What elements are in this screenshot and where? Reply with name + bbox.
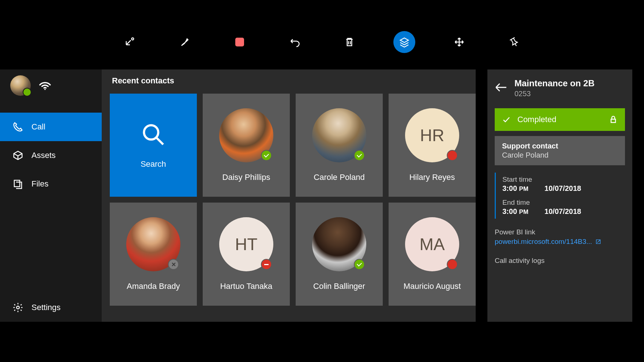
move-icon[interactable] <box>448 31 470 53</box>
status-icon <box>261 150 272 161</box>
status-icon <box>354 259 365 270</box>
svg-point-1 <box>16 306 19 309</box>
logs-label: Call activity logs <box>495 257 625 265</box>
svg-rect-3 <box>611 119 615 122</box>
contact-tile[interactable]: Amanda Brady <box>110 203 197 306</box>
support-value: Carole Poland <box>502 151 618 159</box>
contact-avatar: MA <box>405 217 459 271</box>
top-toolbar <box>0 26 644 59</box>
layers-icon[interactable] <box>393 31 415 53</box>
support-label: Support contact <box>502 142 618 150</box>
contact-name: Mauricio August <box>404 282 461 291</box>
svg-point-2 <box>144 125 158 140</box>
status-icon <box>168 259 179 270</box>
end-date: 10/07/2018 <box>544 207 581 216</box>
sidebar: Call Assets Files Settings <box>0 69 102 322</box>
lock-icon <box>609 115 618 124</box>
record-icon[interactable] <box>229 31 251 53</box>
contact-name: Amanda Brady <box>127 282 180 291</box>
contact-name: Colin Ballinger <box>313 282 365 291</box>
user-avatar[interactable] <box>10 75 31 96</box>
pen-icon[interactable] <box>174 31 196 53</box>
content-area: Recent contacts Search Daisy Phillips <box>102 69 476 322</box>
status-icon <box>447 150 458 161</box>
nav-settings-label: Settings <box>31 303 61 312</box>
section-title: Recent contacts <box>110 76 468 86</box>
status-icon <box>447 259 458 270</box>
pbi-link[interactable]: powerbi.microsoft.com/114B3... <box>495 238 625 246</box>
status-icon <box>354 150 365 161</box>
pin-icon[interactable] <box>503 31 525 53</box>
status-icon <box>261 259 272 270</box>
nav-call-label: Call <box>31 122 45 132</box>
start-time: 3:00 PM <box>502 184 528 193</box>
undo-icon[interactable] <box>284 31 306 53</box>
contact-avatar <box>312 217 366 271</box>
contact-avatar <box>126 217 180 271</box>
start-date: 10/07/2018 <box>544 184 581 193</box>
incoming-icon[interactable] <box>119 31 141 53</box>
search-icon <box>140 121 166 149</box>
svg-point-0 <box>132 38 134 40</box>
back-icon[interactable] <box>495 82 507 94</box>
end-time: 3:00 PM <box>502 207 528 216</box>
panel-id: 0253 <box>514 90 595 98</box>
trash-icon[interactable] <box>338 31 360 53</box>
contact-avatar <box>312 108 366 162</box>
nav-settings[interactable]: Settings <box>0 293 102 322</box>
contact-tile[interactable]: HR Hilary Reyes <box>389 94 476 197</box>
contact-name: Hilary Reyes <box>409 173 455 182</box>
pbi-label: Power BI link <box>495 228 625 236</box>
time-block: Start time 3:00 PM 10/07/2018 End time 3… <box>495 173 625 219</box>
contact-tile[interactable]: MA Mauricio August <box>389 203 476 306</box>
end-label: End time <box>502 199 625 207</box>
check-icon <box>502 115 511 124</box>
nav-assets-label: Assets <box>31 151 56 160</box>
contact-name: Carole Poland <box>314 173 364 182</box>
start-label: Start time <box>502 176 625 184</box>
nav-call[interactable]: Call <box>0 113 102 141</box>
contact-name: Hartuo Tanaka <box>220 282 273 291</box>
external-link-icon <box>595 238 602 245</box>
status-label: Completed <box>517 115 556 124</box>
contact-tile[interactable]: Colin Ballinger <box>296 203 383 306</box>
wifi-icon[interactable] <box>39 80 51 91</box>
search-label: Search <box>141 159 166 169</box>
contact-avatar: HR <box>405 108 459 162</box>
nav-files-label: Files <box>31 179 48 189</box>
search-tile[interactable]: Search <box>110 94 197 197</box>
details-panel: Maintenance on 2B 0253 Completed Support… <box>487 69 632 322</box>
support-contact-box[interactable]: Support contact Carole Poland <box>495 136 625 165</box>
nav-assets[interactable]: Assets <box>0 141 102 170</box>
contact-avatar: HT <box>219 217 273 271</box>
contact-tile[interactable]: Daisy Phillips <box>203 94 290 197</box>
contact-avatar <box>219 108 273 162</box>
contact-tile[interactable]: Carole Poland <box>296 94 383 197</box>
contact-name: Daisy Phillips <box>222 173 270 182</box>
nav-files[interactable]: Files <box>0 170 102 198</box>
contact-tile[interactable]: HT Hartuo Tanaka <box>203 203 290 306</box>
status-bar[interactable]: Completed <box>495 108 625 131</box>
panel-title: Maintenance on 2B <box>514 78 595 89</box>
